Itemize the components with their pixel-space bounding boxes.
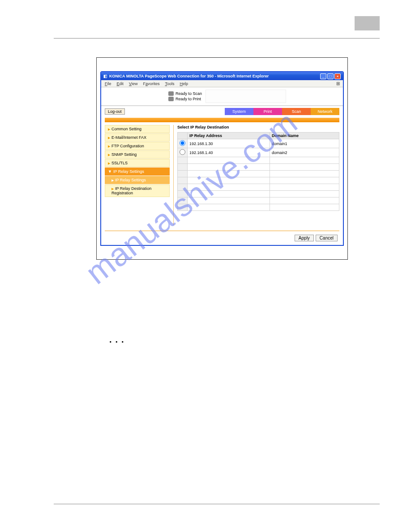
cell-address bbox=[188, 177, 270, 184]
sidebar-item-ip-relay-parent[interactable]: ▼IP Relay Settings bbox=[105, 167, 170, 176]
radio-cell bbox=[178, 204, 188, 211]
cell-domain: domain1 bbox=[270, 139, 339, 148]
radio-cell bbox=[178, 184, 188, 191]
table-row bbox=[178, 184, 339, 191]
cell-address: 192.168.1.30 bbox=[188, 139, 270, 148]
scanner-icon bbox=[168, 91, 174, 96]
minimize-button[interactable]: _ bbox=[320, 73, 326, 79]
tab-system[interactable]: System bbox=[225, 108, 253, 115]
cell-address bbox=[188, 184, 270, 191]
sidebar-item-common-setting[interactable]: ▶Common Setting bbox=[105, 125, 170, 133]
radio-cell bbox=[178, 171, 188, 177]
sidebar-item-ip-relay-settings[interactable]: ▶IP Relay Settings bbox=[105, 176, 170, 184]
cancel-button[interactable]: Cancel bbox=[316, 235, 338, 241]
cell-domain bbox=[270, 164, 339, 171]
table-row: 192.168.1.40domain2 bbox=[178, 148, 339, 157]
table-row bbox=[178, 191, 339, 197]
cell-domain bbox=[270, 177, 339, 184]
logout-button[interactable]: Log-out bbox=[105, 108, 125, 115]
table-row bbox=[178, 171, 339, 177]
main-panel: Select IP Relay Destination IP Relay Add… bbox=[173, 125, 339, 225]
relay-radio[interactable] bbox=[180, 140, 185, 146]
menu-file[interactable]: File bbox=[103, 82, 113, 86]
radio-cell bbox=[178, 177, 188, 184]
ip-relay-table: IP Relay Address Domain Name 192.168.1.3… bbox=[177, 132, 339, 211]
menu-help[interactable]: Help bbox=[178, 82, 190, 86]
menu-view[interactable]: View bbox=[127, 82, 139, 86]
radio-cell[interactable] bbox=[178, 139, 188, 148]
tab-network[interactable]: Network bbox=[311, 108, 339, 115]
printer-icon bbox=[168, 97, 174, 101]
top-rule bbox=[54, 38, 380, 39]
status-scan: Ready to Scan bbox=[176, 91, 202, 96]
browser-window: ◧ KONICA MINOLTA PageScope Web Connectio… bbox=[100, 71, 344, 246]
sidebar-item-snmp[interactable]: ▶SNMP Setting bbox=[105, 150, 170, 159]
status-print: Ready to Print bbox=[176, 97, 201, 101]
close-button[interactable]: × bbox=[334, 73, 341, 79]
sidebar: ▶Common Setting ▶E-Mail/Internet FAX ▶FT… bbox=[105, 125, 170, 225]
sidebar-item-ip-relay-dest-reg[interactable]: ▶IP Relay Destination Registration bbox=[105, 184, 170, 197]
cell-domain: domain2 bbox=[270, 148, 339, 157]
page-corner-box bbox=[355, 16, 380, 30]
windows-flag-icon: ⊞ bbox=[334, 80, 342, 87]
bottom-rule bbox=[54, 504, 380, 504]
sidebar-item-ssl-tls[interactable]: ▶SSL/TLS bbox=[105, 159, 170, 167]
radio-cell bbox=[178, 164, 188, 171]
menu-edit[interactable]: Edit bbox=[115, 82, 126, 86]
col-domain: Domain Name bbox=[270, 133, 339, 139]
ellipsis-dots: ... bbox=[109, 335, 128, 345]
sidebar-item-ftp[interactable]: ▶FTP Configuration bbox=[105, 142, 170, 150]
cell-address: 192.168.1.40 bbox=[188, 148, 270, 157]
cell-address bbox=[188, 191, 270, 197]
cell-domain bbox=[270, 171, 339, 177]
main-tabs: System Print Scan Network bbox=[225, 108, 339, 115]
device-status: Ready to Scan Ready to Print bbox=[101, 87, 343, 106]
col-radio bbox=[178, 133, 188, 139]
logo-placeholder bbox=[206, 90, 286, 103]
table-row bbox=[178, 177, 339, 184]
menu-tools[interactable]: Tools bbox=[163, 82, 176, 86]
table-row bbox=[178, 204, 339, 211]
radio-cell bbox=[178, 191, 188, 197]
tab-scan[interactable]: Scan bbox=[282, 108, 311, 115]
menu-favorites[interactable]: Favorites bbox=[141, 82, 161, 86]
menu-bar: File Edit View Favorites Tools Help ⊞ bbox=[101, 80, 343, 87]
window-title: KONICA MINOLTA PageScope Web Connection … bbox=[109, 74, 320, 78]
relay-radio[interactable] bbox=[180, 149, 185, 155]
ie-icon: ◧ bbox=[103, 74, 107, 78]
table-row bbox=[178, 197, 339, 204]
screenshot-frame: ◧ KONICA MINOLTA PageScope Web Connectio… bbox=[96, 57, 348, 260]
cell-address bbox=[188, 164, 270, 171]
cell-domain bbox=[270, 157, 339, 164]
col-address: IP Relay Address bbox=[188, 133, 270, 139]
cell-domain bbox=[270, 197, 339, 204]
tab-print[interactable]: Print bbox=[253, 108, 282, 115]
accent-bar bbox=[105, 118, 339, 122]
table-row bbox=[178, 164, 339, 171]
table-row: 192.168.1.30domain1 bbox=[178, 139, 339, 148]
radio-cell bbox=[178, 157, 188, 164]
radio-cell[interactable] bbox=[178, 148, 188, 157]
cell-domain bbox=[270, 204, 339, 211]
apply-button[interactable]: Apply bbox=[295, 235, 314, 241]
title-bar: ◧ KONICA MINOLTA PageScope Web Connectio… bbox=[101, 72, 343, 80]
panel-heading: Select IP Relay Destination bbox=[177, 125, 339, 129]
cell-domain bbox=[270, 184, 339, 191]
cell-address bbox=[188, 204, 270, 211]
cell-domain bbox=[270, 191, 339, 197]
cell-address bbox=[188, 197, 270, 204]
maximize-button[interactable]: □ bbox=[327, 73, 334, 79]
cell-address bbox=[188, 157, 270, 164]
cell-address bbox=[188, 171, 270, 177]
sidebar-item-email-ifax[interactable]: ▶E-Mail/Internet FAX bbox=[105, 133, 170, 142]
radio-cell bbox=[178, 197, 188, 204]
table-row bbox=[178, 157, 339, 164]
